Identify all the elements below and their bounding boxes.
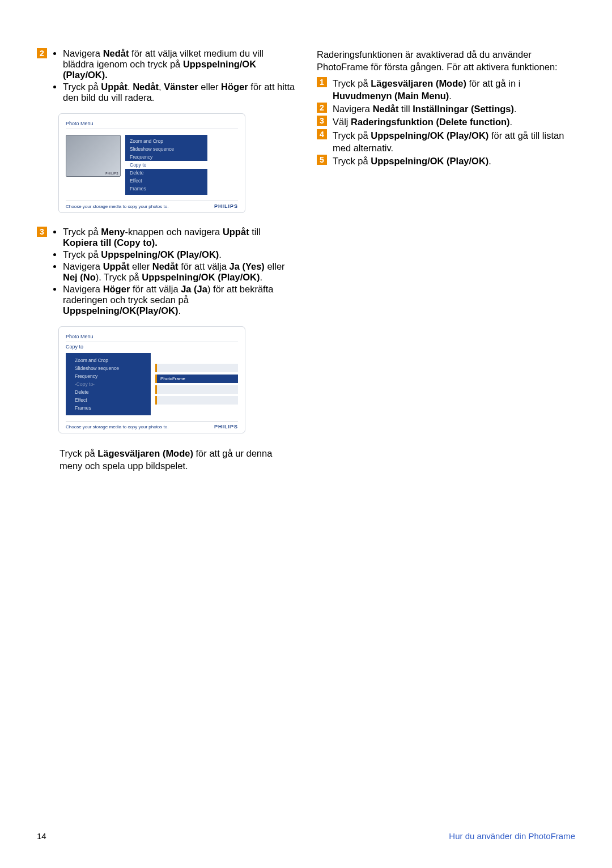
bold: Nedåt (103, 48, 129, 58)
page-footer: 14 Hur du använder din PhotoFrame (0, 831, 612, 841)
text: Tryck på (333, 156, 371, 166)
philips-logo: PHILIPS (214, 203, 238, 209)
step-3: 3 Tryck på Meny-knappen och navigera Upp… (37, 227, 295, 317)
screenshot-subtitle: Copy to (66, 342, 238, 350)
photo-menu-list: Zoom and Crop Slideshow sequence Frequen… (66, 353, 151, 415)
bold: Lägesväljaren (Mode) (97, 448, 193, 458)
closing-paragraph: Tryck på Lägesväljaren (Mode) för att gå… (60, 447, 295, 473)
menu-item: Frequency (125, 153, 207, 161)
text: för att välja (181, 261, 229, 271)
bold: Ja (Ja (181, 284, 207, 294)
bold: Kopiera till (Copy to). (63, 237, 158, 248)
step-badge-3: 3 (317, 116, 327, 126)
copy-target-selected: PhotoFrame (155, 375, 238, 383)
text: -knappen och navigera (125, 227, 222, 237)
text: ). Tryck på (96, 272, 142, 282)
bold: Uppspelning/OK (Play/OK) (101, 249, 219, 259)
text: . (510, 117, 513, 127)
menu-item: Slideshow sequence (125, 145, 207, 153)
menu-item: Zoom and Crop (66, 356, 151, 364)
text: för att gå in i (466, 78, 520, 88)
text: Tryck på (63, 227, 101, 237)
device-screenshot-photo-menu: Photo Menu Zoom and Crop Slideshow seque… (58, 113, 245, 213)
screenshot-title: Photo Menu (66, 333, 238, 342)
bold: Nedåt (152, 261, 181, 271)
bold: Uppåt (103, 261, 130, 271)
page-number: 14 (37, 831, 46, 841)
bold: Ja (Yes) (229, 261, 264, 271)
text: till (398, 104, 413, 114)
text: Navigera (63, 48, 103, 58)
menu-item-selected: Copy to (125, 161, 207, 169)
menu-item: Delete (125, 169, 207, 177)
text: eller (265, 261, 285, 271)
text: . (514, 104, 517, 114)
empty-slot (155, 385, 238, 394)
text: Tryck på (63, 249, 101, 259)
text: Navigera (63, 284, 103, 294)
right-step-4: 4 Tryck på Uppspelning/OK (Play/OK) för … (317, 129, 575, 155)
empty-slot (155, 364, 238, 372)
menu-item: Effect (125, 177, 207, 185)
right-intro: Raderingsfunktionen är avaktiverad då du… (317, 48, 575, 74)
menu-item: Zoom and Crop (125, 137, 207, 145)
text: . (219, 249, 222, 259)
bold: Raderingsfunktion (Delete function) (351, 117, 510, 127)
step-badge-4: 4 (317, 129, 327, 139)
step3-bullet3: Navigera Uppåt eller Nedåt för att välja… (63, 261, 295, 283)
photo-thumbnail (66, 135, 121, 177)
bold: Vänster (164, 82, 198, 92)
left-column: 2 Navigera Nedåt för att välja vilket me… (37, 48, 295, 475)
empty-slot (155, 396, 238, 405)
text: Navigera (63, 261, 103, 271)
menu-item: Delete (66, 388, 151, 396)
step2-bullet1: Navigera Nedåt för att välja vilket medi… (63, 48, 295, 80)
screenshot-title: Photo Menu (66, 120, 238, 129)
text: Tryck på (333, 130, 371, 141)
menu-item: Frames (66, 404, 151, 412)
step3-bullet2: Tryck på Uppspelning/OK (Play/OK). (63, 249, 295, 260)
text: . (260, 272, 262, 282)
bold: Nedåt (373, 104, 399, 114)
bold: Inställningar (Settings) (413, 104, 514, 114)
text: . (488, 156, 491, 166)
bold: Meny (101, 227, 125, 237)
photo-menu-list: Zoom and Crop Slideshow sequence Frequen… (125, 135, 207, 195)
bold: Huvudmenyn (Main Menu) (333, 91, 449, 101)
philips-logo: PHILIPS (214, 424, 238, 429)
right-column: Raderingsfunktionen är avaktiverad då du… (317, 48, 575, 475)
text: , (159, 82, 164, 92)
text: . (128, 82, 133, 92)
bold: Nej (No (63, 272, 96, 282)
bold: Höger (103, 284, 130, 294)
bold: Uppåt (101, 82, 128, 92)
step-badge-1: 1 (317, 77, 327, 87)
step-badge-5: 5 (317, 155, 327, 165)
step-badge-3: 3 (37, 227, 47, 237)
screenshot-hint: Choose your storage media to copy your p… (66, 204, 168, 209)
step2-bullet2: Tryck på Uppåt. Nedåt, Vänster eller Hög… (63, 82, 295, 103)
footer-section: Hur du använder din PhotoFrame (449, 831, 575, 841)
copy-target-pane: PhotoFrame (155, 353, 238, 415)
bold: Uppspelning/OK (Play/OK) (142, 272, 260, 282)
menu-item: Frequency (66, 372, 151, 380)
step3-bullet1: Tryck på Meny-knappen och navigera Uppåt… (63, 227, 295, 248)
text: eller (198, 82, 221, 92)
bold: Uppspelning/OK (Play/OK) (371, 156, 488, 166)
right-step-5: 5 Tryck på Uppspelning/OK (Play/OK). (317, 155, 575, 167)
text: Tryck på (60, 448, 97, 458)
step-2: 2 Navigera Nedåt för att välja vilket me… (37, 48, 295, 104)
step3-bullet4: Navigera Höger för att välja Ja (Ja) för… (63, 284, 295, 316)
step-badge-2: 2 (37, 48, 47, 58)
bold: Uppspelning/OK (Play/OK) (371, 130, 488, 141)
screenshot-hint: Choose your storage media to copy your p… (66, 424, 168, 429)
text: Tryck på (63, 82, 101, 92)
menu-item: Slideshow sequence (66, 364, 151, 372)
menu-item: Frames (125, 185, 207, 193)
bold: Höger (221, 82, 248, 92)
text: Navigera (333, 104, 373, 114)
right-step-1: 1 Tryck på Lägesväljaren (Mode) för att … (317, 77, 575, 103)
menu-item: Effect (66, 396, 151, 404)
text: . (449, 91, 452, 101)
device-screenshot-copy-to: Photo Menu Copy to Zoom and Crop Slidesh… (58, 326, 245, 433)
